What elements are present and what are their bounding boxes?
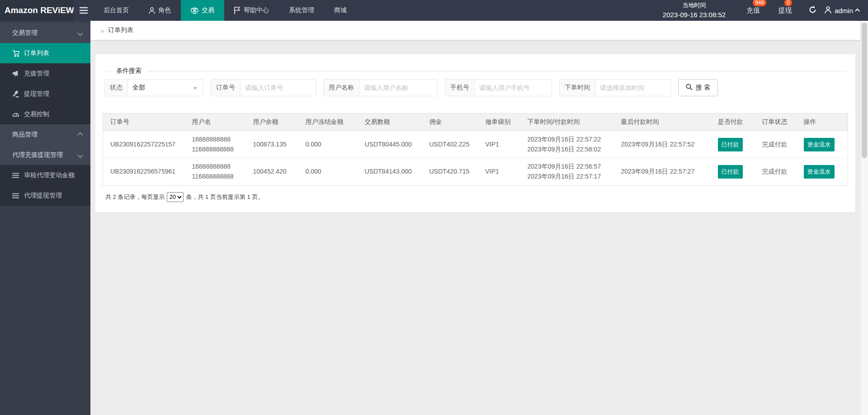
sidebar-item-label: 交易控制 bbox=[24, 110, 49, 118]
sidebar-item-label: 审核代理变动金额 bbox=[24, 171, 75, 179]
balance-value: 100452.420 bbox=[253, 168, 287, 175]
gauge-icon bbox=[12, 111, 20, 118]
sidebar-item-order-list[interactable]: 订单列表 bbox=[0, 43, 90, 63]
refresh-button[interactable] bbox=[809, 6, 816, 15]
level-cell: VIP1 bbox=[478, 158, 520, 185]
breadcrumb-arrow-icon: » bbox=[100, 27, 104, 34]
search-form: 状态全部订单号用户名称手机号下单时间搜 索 bbox=[104, 71, 846, 96]
commission-cell: USDT420.715 bbox=[422, 158, 478, 185]
nav-item-5[interactable]: 商城 bbox=[324, 0, 357, 21]
commission-cell: USDT402.225 bbox=[422, 131, 478, 158]
order-status-value: 完成付款 bbox=[762, 168, 788, 175]
order-status-value: 完成付款 bbox=[762, 141, 788, 148]
sidebar-item-label: 订单列表 bbox=[24, 49, 49, 57]
paid-status-badge: 已付款 bbox=[718, 165, 743, 179]
balance-cell: 100873.135 bbox=[246, 131, 298, 158]
user-menu[interactable]: admin bbox=[825, 6, 860, 15]
hamburger-icon bbox=[80, 7, 88, 14]
status-selected-value: 全部 bbox=[132, 84, 145, 92]
sidebar-item-withdraw-management[interactable]: 提现管理 bbox=[0, 84, 90, 104]
nav-item-4[interactable]: 系统管理 bbox=[279, 0, 324, 21]
column-header-6: 做单级别 bbox=[478, 113, 520, 131]
sidebar-item-trade-control[interactable]: 交易控制 bbox=[0, 104, 90, 124]
local-time-value: 2023-09-16 23:08:52 bbox=[663, 10, 726, 20]
withdraw-badge: 0 bbox=[784, 0, 792, 6]
action-cell: 资金流水 bbox=[797, 158, 848, 185]
order-no-cell-value: UB2309162257225157 bbox=[110, 141, 175, 148]
order-list-card: 条件搜索 状态全部订单号用户名称手机号下单时间搜 索 订单号用户名用户余额用户冻… bbox=[95, 54, 855, 212]
level-value: VIP1 bbox=[486, 168, 499, 175]
nav-item-3[interactable]: 帮助中心 bbox=[224, 0, 279, 21]
pagination-text-before: 共 2 条记录，每页显示 bbox=[105, 193, 165, 201]
balance-value: 100873.135 bbox=[253, 141, 287, 148]
withdraw-link[interactable]: 提现 0 bbox=[774, 6, 796, 15]
list-icon bbox=[12, 193, 20, 198]
page-size-select[interactable]: 20 bbox=[167, 192, 184, 202]
table-row: UB23091622565759611688888888811688888888… bbox=[103, 158, 848, 185]
pay-status-cell: 已付款 bbox=[711, 131, 755, 158]
sidebar-item-goods-management[interactable]: 商品管理 bbox=[0, 124, 90, 145]
column-header-10: 订单状态 bbox=[755, 113, 797, 131]
sidebar-item-agent-recharge-withdraw[interactable]: 代理充值提现管理 bbox=[0, 145, 90, 165]
order-time-label: 下单时间 bbox=[560, 80, 595, 96]
column-header-7: 下单时间/付款时间 bbox=[520, 113, 614, 131]
fund-flow-button[interactable]: 资金流水 bbox=[804, 165, 835, 179]
user-names: 16888888888116888888888 bbox=[192, 162, 239, 181]
sidebar-item-label: 代理提现管理 bbox=[24, 192, 62, 200]
order-no-cell-value: UB2309162256575961 bbox=[110, 168, 175, 175]
pagination-text-after: 条，共 1 页当前显示第 1 页。 bbox=[186, 193, 264, 201]
list-icon bbox=[12, 173, 20, 178]
column-header-1: 用户名 bbox=[185, 113, 246, 131]
phone-label: 手机号 bbox=[445, 80, 475, 96]
column-header-4: 交易数额 bbox=[358, 113, 422, 131]
search-button[interactable]: 搜 索 bbox=[678, 79, 718, 96]
order-time-input[interactable] bbox=[595, 80, 670, 96]
nav-item-2[interactable]: 交易 bbox=[181, 0, 224, 21]
status-select[interactable]: 全部 bbox=[128, 80, 203, 96]
amount-value: USDT84143.000 bbox=[365, 168, 412, 175]
order-no-label: 订单号 bbox=[211, 80, 241, 96]
withdraw-label: 提现 bbox=[778, 6, 792, 14]
nav-item-label: 交易 bbox=[202, 6, 214, 14]
user-names: 16888888888116888888888 bbox=[192, 135, 239, 154]
balance-cell: 100452.420 bbox=[246, 158, 298, 185]
user-names-line: 16888888888 bbox=[192, 135, 239, 145]
order-pay-times-line: 2023年09月16日 22:57:22 bbox=[528, 135, 607, 145]
user-name-input[interactable] bbox=[359, 80, 437, 96]
amount-cell: USDT80445.000 bbox=[358, 131, 422, 158]
recharge-badge: 948 bbox=[753, 0, 766, 6]
sidebar-item-trade-management[interactable]: 交易管理 bbox=[0, 23, 90, 43]
column-header-8: 最后付款时间 bbox=[614, 113, 711, 131]
scrollbar-thumb[interactable] bbox=[862, 23, 867, 158]
order-status-cell: 完成付款 bbox=[755, 131, 797, 158]
orders-table: 订单号用户名用户余额用户冻结金额交易数额佣金做单级别下单时间/付款时间最后付款时… bbox=[103, 113, 848, 186]
nav-item-0[interactable]: 后台首页 bbox=[94, 0, 139, 21]
user-names-line: 16888888888 bbox=[192, 162, 239, 172]
nav-item-label: 商城 bbox=[334, 6, 347, 14]
top-menu: 后台首页角色交易帮助中心系统管理商城 bbox=[94, 0, 357, 21]
order-no-input[interactable] bbox=[241, 80, 316, 96]
nav-item-label: 后台首页 bbox=[104, 6, 129, 14]
top-navbar: Amazon REViEW RoB... 后台首页角色交易帮助中心系统管理商城 … bbox=[0, 0, 868, 21]
phone-input[interactable] bbox=[475, 80, 552, 96]
user-name-cell: 16888888888116888888888 bbox=[185, 131, 246, 158]
user-name-cell: 16888888888116888888888 bbox=[185, 158, 246, 185]
sidebar-item-agent-withdraw-management[interactable]: 代理提现管理 bbox=[0, 185, 90, 206]
nav-item-1[interactable]: 角色 bbox=[139, 0, 181, 21]
last-pay-time-value: 2023年09月16日 22:57:27 bbox=[621, 168, 695, 175]
sidebar-toggle-button[interactable] bbox=[74, 0, 94, 21]
recharge-link[interactable]: 充值 948 bbox=[742, 6, 764, 15]
amount-cell: USDT84143.000 bbox=[358, 158, 422, 185]
fund-flow-button[interactable]: 资金流水 bbox=[804, 138, 835, 151]
amount-value: USDT80445.000 bbox=[365, 141, 412, 148]
search-fieldset: 条件搜索 状态全部订单号用户名称手机号下单时间搜 索 bbox=[104, 71, 846, 96]
level-cell: VIP1 bbox=[478, 131, 520, 158]
last-pay-time-value: 2023年09月16日 22:57:52 bbox=[621, 141, 695, 148]
sidebar-item-audit-agent-amount[interactable]: 审核代理变动金额 bbox=[0, 165, 90, 185]
sidebar-item-label: 商品管理 bbox=[12, 131, 38, 139]
order-pay-times-line: 2023年09月16日 22:56:57 bbox=[528, 162, 607, 172]
column-header-5: 佣金 bbox=[422, 113, 478, 131]
column-header-2: 用户余额 bbox=[246, 113, 298, 131]
sidebar-item-label: 交易管理 bbox=[12, 29, 38, 37]
sidebar-item-recharge-management[interactable]: 充值管理 bbox=[0, 63, 90, 84]
